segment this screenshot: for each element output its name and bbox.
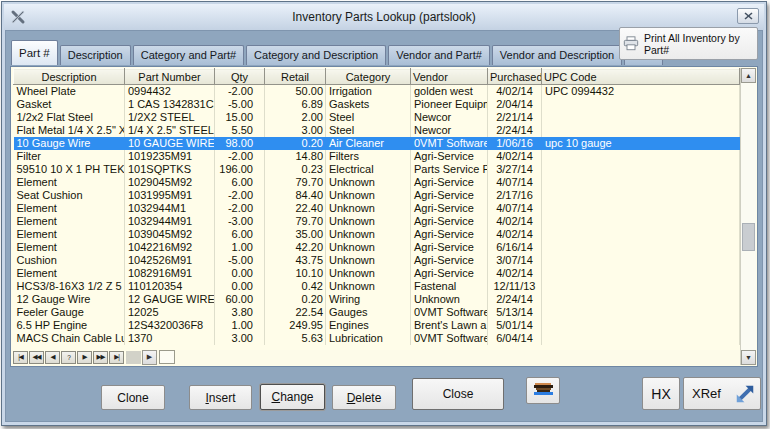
tab-category-and-description[interactable]: Category and Description xyxy=(246,45,386,65)
table-row[interactable]: 6.5 HP Engine12S4320036F81.00249.95Engin… xyxy=(14,319,740,332)
grid-header-row: DescriptionPart NumberQtyRetailCategoryV… xyxy=(14,69,740,85)
table-row[interactable]: Element1039045M926.0035.00UnknownAgri-Se… xyxy=(14,228,740,241)
table-row[interactable]: MACS Chain Cable Lu13703.005.63Lubricati… xyxy=(14,332,740,345)
grid-cell: Agri-Service xyxy=(411,150,488,163)
close-dialog-button[interactable]: Close xyxy=(412,378,504,410)
h-scrollbar[interactable]: ◀ ▶ xyxy=(142,350,740,365)
grid-cell xyxy=(542,267,740,280)
grid-cell: 0.20 xyxy=(265,293,326,306)
nav-button-1[interactable]: ◀◀ xyxy=(29,351,44,364)
grid-cell: 2/21/14 xyxy=(488,111,542,124)
grid-cell: 3.80 xyxy=(215,306,265,319)
table-row[interactable]: Element1082916M910.0010.10UnknownAgri-Se… xyxy=(14,267,740,280)
table-row[interactable]: 12 Gauge Wire12 GAUGE WIRE60.000.20Wirin… xyxy=(14,293,740,306)
hx-button[interactable]: HX xyxy=(642,377,680,410)
clone-button[interactable]: Clone xyxy=(101,385,165,410)
layers-button[interactable] xyxy=(526,377,560,404)
grid-cell: 0VMT Software xyxy=(411,137,488,150)
table-row[interactable]: HCS3/8-16X3 1/2 Z 51101203540.000.42Unkn… xyxy=(14,280,740,293)
grid-cell xyxy=(542,241,740,254)
nav-button-5[interactable]: ▶▶ xyxy=(93,351,108,364)
grid-cell: Unknown xyxy=(326,228,411,241)
nav-button-3[interactable]: ? xyxy=(61,351,76,364)
table-row[interactable]: 10 Gauge Wire10 GAUGE WIRE98.000.20Air C… xyxy=(14,137,740,150)
close-button[interactable] xyxy=(737,8,759,24)
grid-cell: -5.00 xyxy=(215,98,265,111)
tab-part[interactable]: Part # xyxy=(11,40,58,65)
print-all-button[interactable]: Print All Inventory by Part# xyxy=(619,27,758,60)
nav-button-2[interactable]: ◀ xyxy=(45,351,60,364)
nav-button-4[interactable]: ▶ xyxy=(77,351,92,364)
tab-description[interactable]: Description xyxy=(60,45,131,65)
scroll-up-button[interactable]: ▲ xyxy=(741,68,756,83)
grid-cell: HCS3/8-16X3 1/2 Z 5 xyxy=(14,280,125,293)
grid-cell: Air Cleaner xyxy=(326,137,411,150)
insert-button[interactable]: Insert xyxy=(189,385,252,410)
v-scrollbar[interactable]: ▲ ▼ xyxy=(740,68,756,365)
grid-cell: Agri-Service xyxy=(411,202,488,215)
grid-cell xyxy=(542,254,740,267)
grid-cell: UPC 0994432 xyxy=(542,85,740,99)
grid-cell xyxy=(542,98,740,111)
layers-icon xyxy=(532,383,554,395)
nav-button-6[interactable]: ▶| xyxy=(109,351,124,364)
grid-cell: 1039045M92 xyxy=(125,228,215,241)
table-row[interactable]: Wheel Plate0994432-2.0050.00Irrigationgo… xyxy=(14,85,740,99)
tab-category-and-part[interactable]: Category and Part# xyxy=(133,45,244,65)
grid-cell xyxy=(542,306,740,319)
xref-button[interactable]: XRef xyxy=(683,377,761,410)
grid-cell: Agri-Service xyxy=(411,267,488,280)
h-scroll-right-button[interactable]: ▶ xyxy=(142,350,157,365)
table-row[interactable]: 1/2x2 Flat Steel1/2X2 STEEL15.002.00Stee… xyxy=(14,111,740,124)
grid-cell: 5/01/14 xyxy=(488,319,542,332)
table-row[interactable]: Gasket1 CAS 1342831C1-5.006.89GasketsPio… xyxy=(14,98,740,111)
h-scroll-thumb[interactable] xyxy=(159,350,175,364)
grid-cell: Filters xyxy=(326,150,411,163)
v-scroll-thumb[interactable] xyxy=(742,223,755,251)
table-row[interactable]: Element1032944M91-3.0079.70UnknownAgri-S… xyxy=(14,215,740,228)
grid-cell: 12025 xyxy=(125,306,215,319)
tab-vendor-and-part[interactable]: Vendor and Part# xyxy=(388,45,490,65)
grid-cell: 10 Gauge Wire xyxy=(14,137,125,150)
table-row[interactable]: Element1029045M926.0079.70UnknownAgri-Se… xyxy=(14,176,740,189)
nav-button-0[interactable]: |◀ xyxy=(13,351,28,364)
table-row[interactable]: Filter1019235M91-2.0014.80FiltersAgri-Se… xyxy=(14,150,740,163)
grid-cell: 1082916M91 xyxy=(125,267,215,280)
column-header: Description xyxy=(14,69,125,85)
xref-label: XRef xyxy=(692,386,721,401)
grid-cell: 0.20 xyxy=(265,137,326,150)
delete-button[interactable]: Delete xyxy=(332,385,396,410)
grid-cell: 3.00 xyxy=(265,124,326,137)
table-row[interactable]: Flat Metal 1/4 X 2.5" X1/4 X 2.5" STEEL5… xyxy=(14,124,740,137)
table-row[interactable]: Feeler Gauge120253.8022.54Gauges0VMT Sof… xyxy=(14,306,740,319)
down-arrow-icon: ▼ xyxy=(745,354,752,361)
table-row[interactable]: Cushion1042526M91-5.0043.75UnknownAgri-S… xyxy=(14,254,740,267)
grid-cell: 5.63 xyxy=(265,332,326,345)
grid-cell: 110120354 xyxy=(125,280,215,293)
grid-cell: 2/04/14 xyxy=(488,98,542,111)
grid-cell: 14.80 xyxy=(265,150,326,163)
grid-cell: 12 Gauge Wire xyxy=(14,293,125,306)
column-header: Qty xyxy=(215,69,265,85)
grid-cell: 2/24/14 xyxy=(488,124,542,137)
grid-cell: 84.40 xyxy=(265,189,326,202)
table-row[interactable]: Element1042216M921.0042.20UnknownAgri-Se… xyxy=(14,241,740,254)
table-row[interactable]: Seat Cushion1031995M91-2.0084.40UnknownA… xyxy=(14,189,740,202)
grid-cell xyxy=(542,215,740,228)
table-row[interactable]: Element1032944M1-2.0022.40UnknownAgri-Se… xyxy=(14,202,740,215)
grid-cell: -5.00 xyxy=(215,254,265,267)
scroll-down-button[interactable]: ▼ xyxy=(741,350,756,365)
table-row[interactable]: 59510 10 X 1 PH TEK101SQPTKS196.000.23El… xyxy=(14,163,740,176)
grid-cell: 0994432 xyxy=(125,85,215,99)
grid-cell: Wheel Plate xyxy=(14,85,125,99)
grid-cell: Element xyxy=(14,215,125,228)
tab-vendor-and-description[interactable]: Vendor and Description xyxy=(492,45,622,65)
grid-cell: Element xyxy=(14,267,125,280)
change-button[interactable]: Change xyxy=(260,384,325,410)
grid-cell: Pioneer Equipm xyxy=(411,98,488,111)
grid-cell: 6.00 xyxy=(215,176,265,189)
grid-cell: 4/02/14 xyxy=(488,150,542,163)
grid-cell xyxy=(542,124,740,137)
grid-cell: 4/02/14 xyxy=(488,85,542,99)
grid-cell: 1019235M91 xyxy=(125,150,215,163)
